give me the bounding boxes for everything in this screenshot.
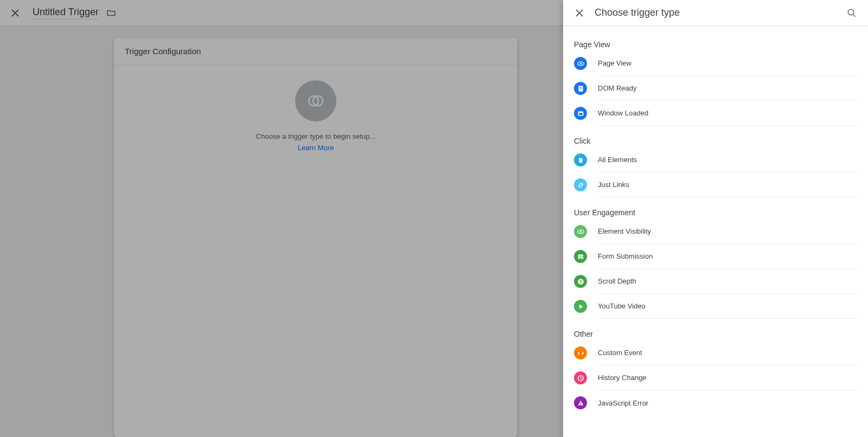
trigger-type-list: Page ViewPage ViewDOM ReadyWindow Loaded… [563,26,868,437]
trigger-config-hint: Choose a trigger type to begin setup... [256,132,375,140]
trigger-type-label: Just Links [598,181,629,189]
trigger-type-label: YouTube Video [598,302,646,310]
eye-icon [574,225,587,238]
warn-icon [574,396,587,409]
link-icon [574,178,587,191]
folder-icon[interactable] [106,8,116,18]
trigger-type-dom-ready[interactable]: DOM Ready [563,76,868,101]
trigger-type-label: DOM Ready [598,84,637,92]
trigger-group-label: Click [563,126,868,147]
trigger-type-label: Element Visibility [598,227,651,235]
trigger-type-label: Scroll Depth [598,277,636,285]
trigger-type-label: All Elements [598,156,637,164]
learn-more-link[interactable]: Learn More [298,144,334,152]
trigger-type-all-elements[interactable]: All Elements [563,147,868,172]
window-icon [574,107,587,120]
scroll-icon [574,275,587,288]
close-editor-button[interactable] [9,7,22,20]
trigger-type-label: History Change [598,374,647,382]
panel-header: Choose trigger type [563,0,868,26]
code-icon [574,346,587,359]
trigger-type-element-visibility[interactable]: Element Visibility [563,219,868,244]
trigger-type-youtube-video[interactable]: YouTube Video [563,294,868,319]
close-panel-button[interactable] [573,7,586,20]
trigger-type-scroll-depth[interactable]: Scroll Depth [563,269,868,294]
trigger-type-window-loaded[interactable]: Window Loaded [563,101,868,126]
trigger-group-label: Other [563,319,868,340]
trigger-type-form-submission[interactable]: Form Submission [563,244,868,269]
trigger-type-label: Form Submission [598,252,653,260]
mouse-icon [574,153,587,166]
trigger-type-page-view[interactable]: Page View [563,51,868,76]
trigger-type-label: JavaScript Error [598,399,648,407]
doc-icon [574,82,587,95]
svg-line-3 [853,14,856,17]
choose-trigger-type-panel: Choose trigger type Page ViewPage ViewDO… [563,0,868,437]
trigger-group-label: User Engagement [563,197,868,219]
trigger-type-just-links[interactable]: Just Links [563,172,868,197]
trigger-config-title: Trigger Configuration [114,38,518,65]
play-icon [574,300,587,313]
eye-icon [574,57,587,70]
trigger-type-history-change[interactable]: History Change [563,365,868,390]
trigger-group-label: Page View [563,29,868,51]
trigger-type-javascript-error[interactable]: JavaScript Error [563,390,868,415]
panel-title: Choose trigger type [595,7,845,18]
trigger-type-label: Custom Event [598,349,642,357]
trigger-placeholder-icon [295,80,336,121]
trigger-type-label: Page View [598,59,631,67]
history-icon [574,371,587,384]
svg-point-2 [848,9,854,15]
search-button[interactable] [845,7,858,20]
trigger-type-label: Window Loaded [598,109,648,117]
trigger-name-input[interactable]: Untitled Trigger [33,7,99,20]
form-icon [574,250,587,263]
trigger-config-card[interactable]: Trigger Configuration Choose a trigger t… [114,38,518,437]
trigger-type-custom-event[interactable]: Custom Event [563,340,868,365]
